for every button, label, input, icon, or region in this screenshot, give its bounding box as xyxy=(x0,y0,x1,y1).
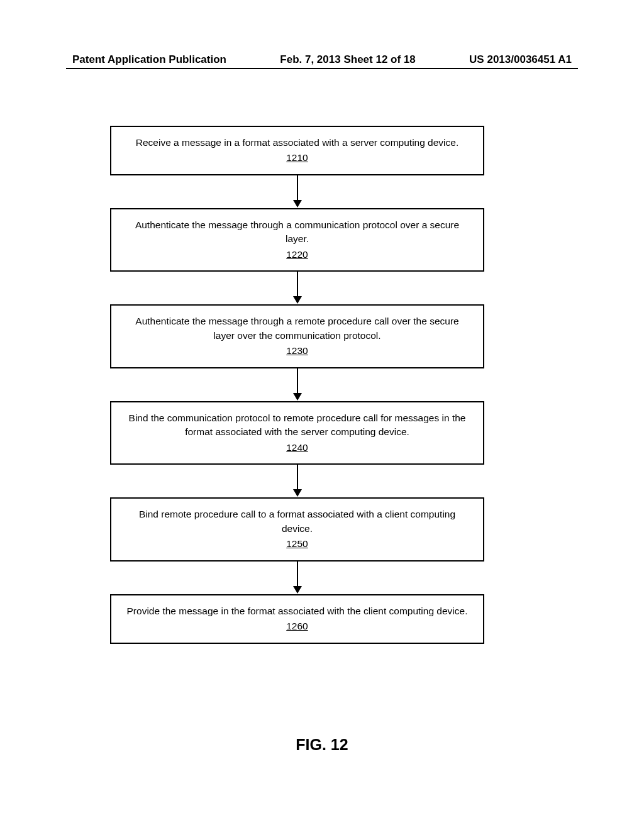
flowchart: Receive a message in a format associated… xyxy=(110,126,484,644)
step-text: Receive a message in a format associated… xyxy=(124,136,470,150)
step-number: 1230 xyxy=(124,344,470,358)
flow-step-1230: Authenticate the message through a remot… xyxy=(110,304,484,368)
arrow-head-icon xyxy=(293,296,302,304)
step-text: Authenticate the message through a commu… xyxy=(124,218,470,246)
flow-arrow xyxy=(293,368,302,401)
arrow-head-icon xyxy=(293,393,302,401)
step-text: Authenticate the message through a remot… xyxy=(124,314,470,343)
header-publication-type: Patent Application Publication xyxy=(72,53,226,66)
step-number: 1240 xyxy=(124,441,470,455)
arrow-head-icon xyxy=(293,586,302,594)
arrow-line xyxy=(297,562,298,587)
step-number: 1210 xyxy=(124,151,470,165)
flow-arrow xyxy=(293,175,302,208)
page-header: Patent Application Publication Feb. 7, 2… xyxy=(0,53,644,66)
flow-step-1240: Bind the communication protocol to remot… xyxy=(110,401,484,465)
step-number: 1260 xyxy=(124,619,470,633)
arrow-head-icon xyxy=(293,200,302,208)
arrow-line xyxy=(297,368,298,394)
flow-step-1250: Bind remote procedure call to a format a… xyxy=(110,497,484,561)
flow-step-1260: Provide the message in the format associ… xyxy=(110,594,484,644)
step-number: 1250 xyxy=(124,537,470,551)
arrow-line xyxy=(297,465,298,490)
flow-step-1220: Authenticate the message through a commu… xyxy=(110,208,484,272)
arrow-head-icon xyxy=(293,489,302,497)
arrow-line xyxy=(297,272,298,297)
step-text: Bind the communication protocol to remot… xyxy=(124,411,470,440)
figure-label: FIG. 12 xyxy=(0,736,644,754)
header-rule xyxy=(66,68,578,69)
header-date-sheet: Feb. 7, 2013 Sheet 12 of 18 xyxy=(280,53,415,66)
flow-arrow xyxy=(293,465,302,497)
header-patent-number: US 2013/0036451 A1 xyxy=(469,53,572,66)
step-text: Provide the message in the format associ… xyxy=(124,604,470,618)
flow-arrow xyxy=(293,562,302,594)
arrow-line xyxy=(297,175,298,201)
flow-step-1210: Receive a message in a format associated… xyxy=(110,126,484,175)
flow-arrow xyxy=(293,272,302,304)
step-text: Bind remote procedure call to a format a… xyxy=(124,507,470,536)
step-number: 1220 xyxy=(124,248,470,262)
